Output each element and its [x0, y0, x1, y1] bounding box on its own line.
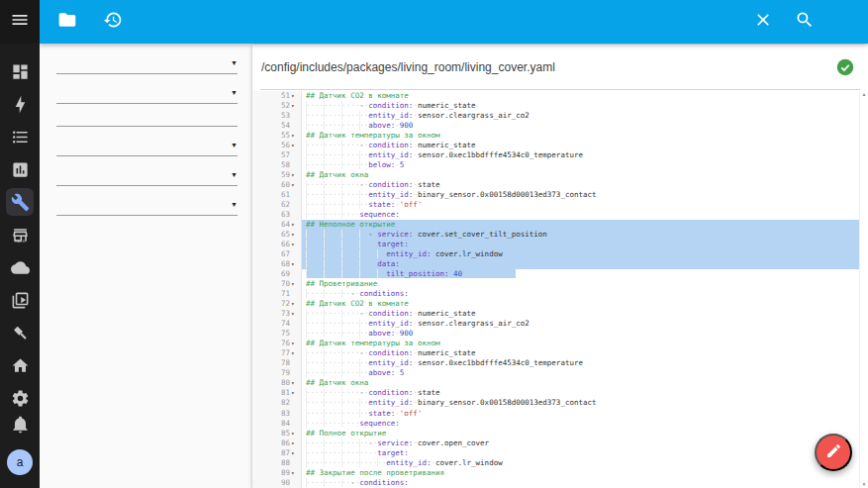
history-button[interactable]: [101, 10, 125, 34]
fold-arrow-icon[interactable]: ▾: [291, 141, 300, 150]
line-number-gutter: 52▾: [252, 101, 302, 111]
fold-arrow-icon[interactable]: ▾: [291, 378, 300, 388]
field-trigger-platforms: ▼: [56, 59, 238, 74]
code-line: 81▾············-·condition:·state: [252, 388, 868, 398]
sidebar-item-media[interactable]: [6, 286, 34, 314]
fold-arrow-icon[interactable]: ▾: [291, 439, 300, 448]
fold-arrow-icon[interactable]: ▾: [291, 259, 300, 269]
field-search-entity: [56, 119, 238, 127]
fold-arrow-icon[interactable]: ▾: [291, 240, 300, 249]
avatar[interactable]: a: [7, 449, 33, 475]
chevron-down-icon: ▼: [231, 142, 238, 148]
fold-arrow-icon[interactable]: ▾: [291, 309, 300, 319]
fold-arrow-icon[interactable]: ▾: [291, 388, 300, 398]
code-line-content: ··············entity_id:·binary_sensor.0…: [302, 190, 868, 200]
select-5[interactable]: ▼: [56, 201, 238, 216]
line-number-gutter: 84: [252, 419, 302, 429]
code-line: 55▾## Датчик температуры за окном: [252, 131, 868, 141]
code-line: 65▾··············-·service:·cover.set_co…: [252, 230, 868, 240]
sidebar-item-wrench[interactable]: [6, 188, 34, 216]
sidebar-item-chart-box[interactable]: [6, 155, 34, 183]
sidebar-item-hammer[interactable]: [6, 319, 34, 346]
select-4[interactable]: ▼: [56, 171, 238, 186]
select-1[interactable]: ▼: [56, 89, 238, 104]
line-number-gutter: 57: [252, 150, 302, 160]
sidebar-item-bell[interactable]: [6, 412, 34, 439]
fold-arrow-icon[interactable]: ▾: [291, 299, 300, 309]
code-line: 62··············state:·'off': [252, 200, 868, 210]
fold-arrow-icon[interactable]: ▾: [291, 131, 300, 141]
home-icon: [11, 356, 30, 375]
yaml-editor[interactable]: 51▾## Датчик CO2 в комнате52▾···········…: [252, 91, 868, 488]
fold-arrow-icon[interactable]: ▾: [291, 279, 300, 289]
code-line-content: ················target:: [302, 240, 868, 249]
code-line-content: ··················entity_id:·cover.lr_wi…: [302, 458, 868, 468]
search-button[interactable]: [793, 10, 817, 34]
code-line-content: ## Датчик CO2 в комнате: [302, 299, 868, 309]
select-3[interactable]: ▼: [56, 142, 238, 156]
code-line-content: ## Датчик окна: [302, 378, 868, 388]
fold-arrow-icon[interactable]: ▾: [291, 170, 300, 180]
line-number-gutter: 58: [252, 160, 302, 170]
code-line: 58··············below:·5: [252, 160, 868, 170]
line-number: 61: [281, 190, 290, 200]
sidebar-item-lightning[interactable]: [6, 90, 34, 118]
fold-arrow-icon[interactable]: ▾: [291, 348, 300, 358]
sidebar-item-gear[interactable]: [6, 384, 34, 412]
fold-arrow-icon[interactable]: ▾: [291, 91, 300, 101]
code-line: 78··············entity_id:·sensor.0xec1b…: [252, 358, 868, 368]
line-number: 51: [281, 91, 290, 101]
line-number-gutter: 62: [252, 200, 302, 210]
code-line: 80▾## Датчик окна: [252, 378, 868, 388]
file-path-row: [260, 45, 860, 90]
code-line: 89▾## Закрытие после проветривания: [252, 468, 868, 478]
code-line-content: ··············entity_id:·sensor.0xec1bbd…: [302, 358, 868, 368]
fold-arrow-icon[interactable]: ▾: [291, 230, 300, 240]
code-line: 90··········-·conditions:: [252, 478, 868, 488]
settings-button[interactable]: [834, 10, 858, 34]
sidebar-item-dashboard[interactable]: [6, 57, 34, 85]
line-number: 70: [281, 279, 290, 289]
line-number: 71: [281, 289, 290, 299]
select-0[interactable]: ▼: [56, 59, 238, 74]
field-conditions: ▼: [56, 171, 238, 186]
line-number: 53: [281, 111, 290, 121]
menu-button[interactable]: [0, 0, 40, 44]
folder-button[interactable]: [55, 10, 79, 34]
sidebar-item-home[interactable]: [6, 351, 34, 379]
code-line-content: ··············entity_id:·sensor.cleargra…: [302, 319, 868, 329]
line-number: 80: [281, 378, 290, 388]
line-number-gutter: 79: [252, 368, 302, 378]
sidebar-item-cloud[interactable]: [6, 253, 34, 281]
code-line-content: ··············entity_id:·sensor.cleargra…: [302, 111, 868, 121]
line-number-gutter: 71: [252, 289, 302, 299]
search-entity-input[interactable]: [56, 119, 238, 127]
fold-arrow-icon[interactable]: ▾: [291, 220, 300, 230]
code-line: 57··············entity_id:·sensor.0xec1b…: [252, 150, 868, 160]
sidebar-item-list[interactable]: [6, 123, 34, 150]
line-number-gutter: 59▾: [252, 170, 302, 180]
fold-arrow-icon[interactable]: ▾: [291, 339, 300, 348]
fold-arrow-icon[interactable]: ▾: [291, 101, 300, 111]
line-number: 74: [281, 319, 290, 329]
fold-arrow-icon[interactable]: ▾: [291, 468, 300, 478]
edit-fab[interactable]: [815, 434, 852, 471]
code-line-content: ## Полное открытие: [302, 429, 868, 439]
code-line: 60▾············-·condition:·state: [252, 180, 868, 190]
code-line: 63············sequence:: [252, 210, 868, 220]
fold-arrow-icon[interactable]: ▾: [291, 180, 300, 190]
folder-icon: [57, 10, 77, 34]
editor-scrollbar[interactable]: ▲ ▼: [859, 91, 868, 488]
fold-arrow-icon[interactable]: ▾: [291, 448, 300, 458]
code-line-content: ## Закрытие после проветривания: [302, 468, 868, 478]
line-number: 82: [281, 398, 290, 408]
fold-arrow-icon[interactable]: ▾: [291, 429, 300, 439]
file-path-input[interactable]: [260, 60, 775, 74]
close-button[interactable]: [751, 10, 775, 34]
code-line: 76▾## Датчик температуры за окном: [252, 339, 868, 348]
sidebar-item-hacs[interactable]: HACS: [6, 221, 34, 248]
line-number: 68: [281, 259, 290, 269]
code-line-content: ················target:: [302, 448, 868, 458]
line-number: 89: [281, 468, 290, 478]
bell-icon: [11, 415, 30, 438]
